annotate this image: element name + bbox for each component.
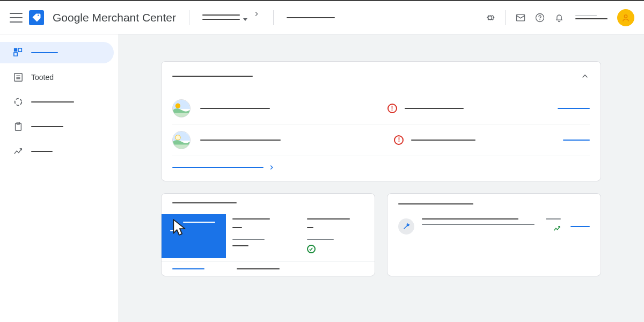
suggestion-row — [398, 218, 590, 235]
sidebar-item-overview[interactable] — [0, 42, 114, 63]
cursor-icon — [171, 218, 189, 237]
tab[interactable] — [226, 214, 301, 258]
status-text — [411, 140, 475, 141]
list-icon — [13, 72, 24, 83]
bottom-grid — [161, 193, 601, 276]
store-avatar-icon — [172, 131, 191, 149]
tab-selected[interactable] — [162, 214, 226, 258]
svg-point-3 — [624, 14, 627, 17]
help-button[interactable] — [533, 11, 546, 24]
svg-rect-4 — [14, 48, 17, 52]
action-link[interactable] — [563, 140, 590, 141]
svg-point-15 — [175, 104, 180, 108]
store-name — [200, 108, 270, 109]
sidebar-item-label — [31, 151, 53, 152]
svg-point-11 — [15, 99, 22, 106]
metrics-tabs — [162, 214, 375, 258]
settings-button[interactable] — [484, 11, 496, 24]
main: Tooted — [0, 34, 644, 322]
card-title — [398, 203, 473, 204]
svg-rect-0 — [517, 14, 525, 21]
svg-rect-17 — [173, 131, 190, 141]
chevron-up-icon[interactable] — [580, 71, 590, 81]
notifications-button[interactable] — [553, 11, 566, 24]
footer-text — [237, 268, 280, 269]
dashboard-icon — [13, 47, 24, 58]
svg-rect-16 — [173, 113, 190, 117]
divider — [189, 10, 189, 25]
status-text — [405, 108, 464, 109]
divider — [273, 10, 274, 25]
account-name-placeholder — [202, 14, 240, 16]
card-header — [172, 71, 590, 81]
sidebar-item-growth[interactable] — [0, 141, 114, 162]
store-row — [172, 93, 590, 125]
stat-label — [546, 218, 561, 219]
circle-dashed-icon — [13, 97, 24, 107]
app-title: Google Merchant Center — [53, 11, 176, 24]
mail-button[interactable] — [514, 11, 527, 24]
suggestion-sub — [422, 224, 535, 225]
svg-rect-5 — [18, 48, 21, 52]
chevron-right-icon — [253, 10, 260, 18]
chevron-right-icon — [268, 164, 275, 171]
sidebar-item-label — [31, 52, 58, 53]
checkmark-icon — [307, 245, 316, 253]
bell-icon — [554, 12, 565, 23]
store-row — [172, 125, 590, 156]
sidebar-item-label — [31, 126, 63, 127]
sidebar-item-performance[interactable] — [0, 91, 114, 113]
clipboard-icon — [13, 121, 24, 132]
sidebar-item-products[interactable]: Tooted — [0, 67, 114, 88]
divider — [505, 10, 506, 25]
secondary-selector[interactable] — [287, 17, 335, 18]
svg-rect-19 — [173, 144, 190, 149]
menu-button[interactable] — [10, 13, 23, 23]
account-selector[interactable] — [202, 14, 260, 21]
svg-rect-14 — [173, 100, 190, 109]
store-name — [200, 140, 281, 141]
metrics-card — [161, 193, 375, 276]
svg-point-2 — [539, 19, 540, 20]
suggestions-card — [387, 193, 601, 276]
store-avatar-icon — [172, 99, 191, 118]
svg-rect-6 — [14, 53, 17, 56]
user-label — [575, 16, 608, 20]
overview-card — [161, 61, 601, 181]
topbar: Google Merchant Center — [0, 0, 644, 34]
suggestion-title — [422, 218, 518, 219]
content — [118, 34, 644, 322]
avatar-button[interactable] — [617, 9, 634, 26]
chevron-down-icon — [243, 18, 247, 21]
sidebar-item-orders[interactable] — [0, 116, 114, 137]
card-title — [172, 76, 253, 77]
wrench-icon — [398, 218, 414, 235]
tab[interactable] — [301, 214, 375, 258]
alert-icon — [387, 104, 397, 113]
sidebar-item-label — [31, 101, 74, 103]
help-icon — [535, 12, 545, 23]
person-icon — [620, 12, 631, 23]
trend-icon — [13, 146, 24, 157]
card-title — [172, 202, 237, 203]
mail-icon — [515, 12, 526, 23]
svg-point-18 — [175, 135, 180, 140]
card-footer-link[interactable] — [172, 164, 590, 171]
sidebar-item-label: Tooted — [31, 73, 54, 82]
account-sub-placeholder — [202, 19, 240, 20]
gear-icon — [485, 12, 495, 23]
card-footer-link[interactable] — [172, 268, 204, 269]
sidebar: Tooted — [0, 34, 118, 322]
alert-icon — [394, 135, 404, 145]
app-logo[interactable] — [29, 10, 44, 25]
action-link[interactable] — [558, 108, 590, 109]
action-link[interactable] — [570, 226, 590, 227]
tag-icon — [31, 12, 42, 23]
trend-up-icon — [553, 225, 561, 232]
